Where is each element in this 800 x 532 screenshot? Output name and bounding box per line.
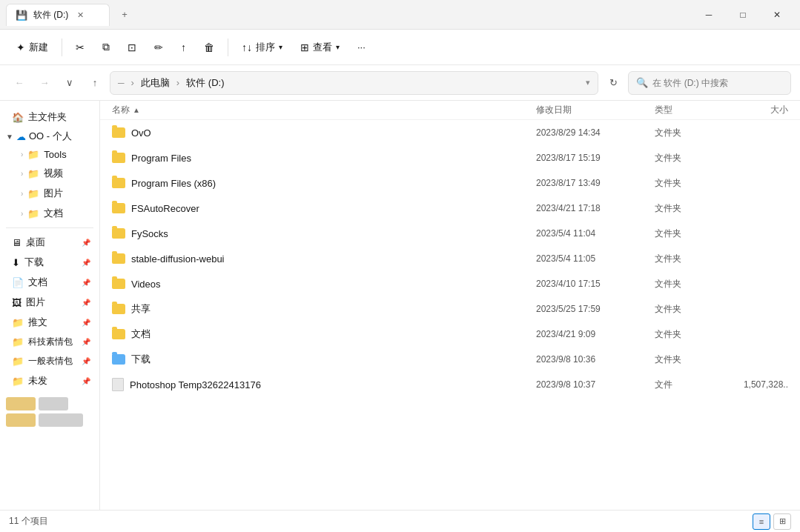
- up-button[interactable]: ↑: [85, 73, 105, 93]
- sort-chevron-icon: ▾: [279, 43, 282, 51]
- view-button[interactable]: ⊞ 查看 ▾: [293, 37, 347, 58]
- toolbar: ✦ 新建 ✂ ⧉ ⊡ ✏ ↑ 🗑 ↑↓ 排序 ▾ ⊞ 查看 ▾ ···: [0, 30, 800, 65]
- grid-view-button[interactable]: ⊞: [773, 513, 791, 530]
- copy-button[interactable]: ⧉: [95, 37, 117, 57]
- new-button[interactable]: ✦ 新建: [9, 37, 56, 58]
- file-row[interactable]: stable-diffusion-webui 2023/5/4 11:05 文件…: [100, 246, 800, 271]
- cut-button[interactable]: ✂: [68, 38, 92, 57]
- sort-button[interactable]: ↑↓ 排序 ▾: [234, 37, 290, 58]
- sidebar-label-tweets: 推文: [28, 316, 47, 329]
- sidebar-item-tech-memes[interactable]: 📁 科技素情包 📌: [3, 333, 96, 351]
- file-row[interactable]: FSAutoRecover 2023/4/21 17:18 文件夹: [100, 196, 800, 221]
- file-row[interactable]: 共享 2023/5/25 17:59 文件夹: [100, 296, 800, 322]
- color-box-3: [6, 413, 36, 427]
- pics-icon: 🖼: [12, 297, 22, 308]
- forward-icon: →: [40, 77, 50, 88]
- search-input[interactable]: [652, 78, 783, 88]
- file-row[interactable]: 文档 2023/4/21 9:09 文件夹: [100, 322, 800, 347]
- col-header-size[interactable]: 大小: [714, 104, 788, 116]
- sidebar-item-videos[interactable]: › 📁 视频: [3, 164, 96, 183]
- file-row[interactable]: Photoshop Temp32622413176 2023/9/8 10:37…: [100, 372, 800, 397]
- delete-button[interactable]: 🗑: [196, 38, 222, 57]
- paste-icon: ⊡: [128, 41, 136, 53]
- sidebar-divider-1: [6, 227, 93, 228]
- sidebar-item-desktop[interactable]: 🖥 桌面 📌: [3, 233, 96, 252]
- sidebar-item-pictures[interactable]: › 📁 图片: [3, 184, 96, 203]
- file-name-program-files-x86: Program Files (x86): [112, 178, 536, 189]
- main-folder-icon: 🏠: [12, 112, 24, 123]
- pin-icon-tweets: 📌: [82, 319, 90, 327]
- sidebar-item-tools[interactable]: › 📁 Tools: [3, 146, 96, 163]
- back-button[interactable]: ←: [9, 73, 30, 93]
- rename-icon: ✏: [154, 41, 163, 53]
- rename-button[interactable]: ✏: [147, 38, 171, 57]
- tools-expand-icon: ›: [21, 150, 23, 159]
- sidebar-item-tweets[interactable]: 📁 推文 📌: [3, 313, 96, 332]
- sidebar-label-pics: 图片: [26, 296, 45, 309]
- share-icon: ↑: [181, 41, 186, 53]
- sidebar-item-main-folder[interactable]: 🏠 主文件夹: [3, 107, 96, 127]
- sidebar-cloud-section[interactable]: ▼ ☁ OO - 个人: [3, 127, 96, 145]
- search-box[interactable]: 🔍: [628, 71, 791, 95]
- col-header-date[interactable]: 修改日期: [536, 104, 655, 116]
- view-chevron-icon: ▾: [336, 43, 340, 51]
- minimize-button[interactable]: ─: [692, 3, 726, 27]
- sidebar-label-desktop: 桌面: [26, 236, 45, 249]
- file-name-fysocks: FySocks: [112, 228, 536, 239]
- folder-icon-tools: 📁: [27, 149, 39, 160]
- pin-icon-downloads: 📌: [82, 259, 90, 267]
- share-button[interactable]: ↑: [173, 38, 194, 57]
- file-row[interactable]: FySocks 2023/5/4 11:04 文件夹: [100, 221, 800, 246]
- general-memes-icon: 📁: [12, 356, 24, 367]
- delete-icon: 🗑: [204, 41, 214, 53]
- search-icon: 🔍: [636, 77, 648, 88]
- sidebar-item-downloads[interactable]: ⬇ 下载 📌: [3, 253, 96, 272]
- file-name-wendang: 文档: [112, 327, 536, 341]
- cloud-expand-icon: ▼: [6, 133, 13, 141]
- sidebar-label-main-folder: 主文件夹: [28, 110, 67, 124]
- sidebar-label-pictures: 图片: [44, 187, 63, 200]
- down-icon: ∨: [66, 77, 73, 88]
- folder-icon-fsar: [112, 203, 125, 213]
- forward-button[interactable]: →: [34, 73, 55, 93]
- sidebar-label-downloads: 下载: [24, 256, 44, 269]
- address-bar[interactable]: ─ › 此电脑 › 软件 (D:) ▾: [110, 71, 598, 95]
- item-count: 11 个项目: [9, 515, 48, 528]
- sidebar-label-tech-memes: 科技素情包: [28, 336, 73, 348]
- file-row[interactable]: 下载 2023/9/8 10:36 文件夹: [100, 347, 800, 372]
- maximize-button[interactable]: □: [726, 3, 760, 27]
- sidebar-item-docs[interactable]: 📄 文档 📌: [3, 273, 96, 292]
- refresh-button[interactable]: ↻: [603, 73, 624, 93]
- sidebar-item-documents[interactable]: › 📁 文档: [3, 204, 96, 223]
- address-dropdown-icon[interactable]: ▾: [586, 78, 590, 87]
- sidebar-label-tools: Tools: [44, 149, 66, 160]
- new-tab-button[interactable]: +: [113, 3, 136, 27]
- tab-close-button[interactable]: ✕: [74, 9, 86, 21]
- file-row[interactable]: Program Files 2023/8/17 15:19 文件夹: [100, 145, 800, 170]
- view-toggle: ≡ ⊞: [753, 513, 791, 530]
- more-button[interactable]: ···: [350, 38, 373, 56]
- file-row[interactable]: Program Files (x86) 2023/8/17 13:49 文件夹: [100, 170, 800, 196]
- file-name-xiazai: 下载: [112, 353, 536, 366]
- paste-button[interactable]: ⊡: [120, 38, 144, 57]
- file-row[interactable]: Videos 2023/4/10 17:15 文件夹: [100, 271, 800, 296]
- sidebar-item-pics[interactable]: 🖼 图片 📌: [3, 293, 96, 312]
- close-button[interactable]: ✕: [760, 3, 794, 27]
- down-button[interactable]: ∨: [59, 73, 80, 93]
- list-view-button[interactable]: ≡: [753, 513, 770, 530]
- content-area: 名称 ▲ 修改日期 类型 大小 OvO 2023/8/29 14:34 文件夹: [100, 101, 800, 510]
- col-header-name[interactable]: 名称 ▲: [112, 104, 536, 116]
- folder-icon-pictures: 📁: [27, 188, 39, 199]
- view-icon: ⊞: [300, 41, 309, 53]
- divider-2: [228, 39, 228, 56]
- col-header-type[interactable]: 类型: [655, 104, 714, 116]
- dl-folder-icon-xiazai: [112, 354, 125, 365]
- main-area: 🏠 主文件夹 ▼ ☁ OO - 个人 › 📁 Tools › 📁 视频 › 📁 …: [0, 101, 800, 510]
- sidebar-item-general-memes[interactable]: 📁 一般表情包 📌: [3, 352, 96, 370]
- tab-software-d[interactable]: 💾 软件 (D:) ✕: [6, 4, 110, 26]
- refresh-icon: ↻: [609, 77, 618, 88]
- file-row[interactable]: OvO 2023/8/29 14:34 文件夹: [100, 120, 800, 145]
- sort-asc-icon: ▲: [133, 106, 140, 114]
- sidebar-item-unpublished[interactable]: 📁 未发 📌: [3, 371, 96, 390]
- tab-label: 软件 (D:): [33, 9, 68, 21]
